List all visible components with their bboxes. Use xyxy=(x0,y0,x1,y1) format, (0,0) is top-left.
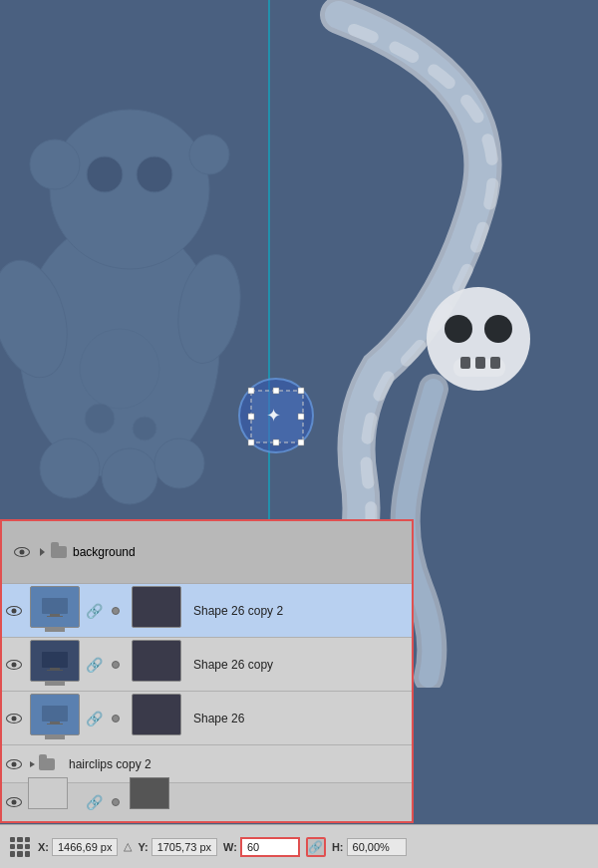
svg-rect-32 xyxy=(298,439,304,445)
svg-rect-20 xyxy=(475,357,485,369)
dot-indicator xyxy=(104,692,128,745)
delta-icon: △ xyxy=(124,840,132,853)
w-value[interactable]: 60 xyxy=(240,837,300,857)
layer-name: hairclips copy 2 xyxy=(61,757,412,771)
layers-panel: background 🔗 Shape 26 copy 2 xyxy=(0,519,414,823)
layer-thumbnail-mask xyxy=(130,640,183,690)
svg-rect-30 xyxy=(248,439,254,445)
svg-rect-34 xyxy=(50,614,60,616)
header-eye[interactable] xyxy=(10,525,34,579)
svg-rect-36 xyxy=(42,652,68,668)
link-icon: 🔗 xyxy=(84,775,104,829)
bottom-toolbar: X: 1466,69 px △ Y: 1705,73 px W: 60 🔗 H:… xyxy=(0,824,598,868)
svg-point-2 xyxy=(87,156,123,192)
y-coord-field: Y: 1705,73 px xyxy=(138,838,217,856)
w-coord-field: W: 60 xyxy=(223,837,300,857)
svg-rect-38 xyxy=(47,670,63,671)
y-value[interactable]: 1705,73 px xyxy=(151,838,217,856)
layer-thumbnail xyxy=(28,777,82,827)
svg-rect-25 xyxy=(248,388,254,394)
eye-toggle[interactable] xyxy=(2,584,26,638)
link-icon: 🔗 xyxy=(84,638,104,692)
svg-rect-37 xyxy=(50,668,60,670)
layer-name: Shape 26 copy 2 xyxy=(185,604,412,618)
svg-point-3 xyxy=(137,156,172,192)
svg-rect-28 xyxy=(248,414,254,420)
svg-rect-31 xyxy=(273,439,279,445)
aspect-lock-button[interactable]: 🔗 xyxy=(306,837,326,857)
svg-point-17 xyxy=(484,315,512,343)
h-value[interactable]: 60,00% xyxy=(347,838,407,856)
svg-point-16 xyxy=(445,315,472,343)
h-coord-field: H: 60,00% xyxy=(332,838,407,856)
folder-icon xyxy=(51,546,67,558)
layer-thumbnail xyxy=(28,694,82,743)
layers-header: background xyxy=(2,521,412,584)
layer-thumbnail-mask xyxy=(130,586,183,636)
eye-toggle[interactable] xyxy=(2,775,26,829)
svg-point-5 xyxy=(189,135,229,174)
folder-icon xyxy=(39,758,55,770)
svg-rect-21 xyxy=(490,357,500,369)
layer-name: Shape 26 copy xyxy=(185,658,412,672)
svg-rect-33 xyxy=(42,598,68,614)
grid-icon[interactable] xyxy=(8,835,32,859)
svg-rect-19 xyxy=(460,357,470,369)
svg-rect-41 xyxy=(47,723,63,724)
expand-triangle[interactable] xyxy=(30,761,35,767)
w-label: W: xyxy=(223,841,237,853)
layer-row[interactable]: 🔗 Shape 26 copy 2 xyxy=(2,584,412,638)
svg-point-10 xyxy=(133,417,156,440)
expand-triangle[interactable] xyxy=(40,548,45,556)
svg-rect-35 xyxy=(47,616,63,617)
x-value[interactable]: 1466,69 px xyxy=(52,838,118,856)
eye-toggle[interactable] xyxy=(2,638,26,692)
dot-indicator xyxy=(104,584,128,638)
svg-rect-27 xyxy=(298,388,304,394)
svg-point-8 xyxy=(80,329,159,409)
layer-name: Shape 26 xyxy=(185,712,412,725)
svg-point-11 xyxy=(40,438,100,498)
link-icon: 🔗 xyxy=(84,584,104,638)
layer-thumbnail xyxy=(28,640,82,690)
dot-indicator xyxy=(104,775,128,829)
h-label: H: xyxy=(332,841,344,853)
layer-thumbnail xyxy=(28,586,82,636)
svg-rect-39 xyxy=(42,706,68,722)
svg-point-9 xyxy=(85,404,115,434)
svg-point-1 xyxy=(50,110,209,269)
svg-rect-29 xyxy=(298,414,304,420)
svg-text:✦: ✦ xyxy=(266,406,281,426)
x-label: X: xyxy=(38,841,49,853)
layer-row-partial[interactable]: 🔗 xyxy=(2,783,412,821)
layer-group-name: background xyxy=(73,545,136,559)
svg-point-4 xyxy=(30,140,80,189)
layer-row[interactable]: 🔗 Shape 26 xyxy=(2,692,412,745)
svg-point-12 xyxy=(102,448,157,504)
dot-indicator xyxy=(104,638,128,692)
layer-row[interactable]: 🔗 Shape 26 copy xyxy=(2,638,412,692)
x-coord-field: X: 1466,69 px xyxy=(38,838,118,856)
svg-rect-26 xyxy=(273,388,279,394)
link-icon: 🔗 xyxy=(84,692,104,745)
y-label: Y: xyxy=(138,841,148,853)
layer-thumbnail-mask xyxy=(130,694,183,743)
layer-thumbnail-mask xyxy=(130,777,183,827)
svg-point-13 xyxy=(154,438,204,488)
svg-rect-40 xyxy=(50,722,60,723)
